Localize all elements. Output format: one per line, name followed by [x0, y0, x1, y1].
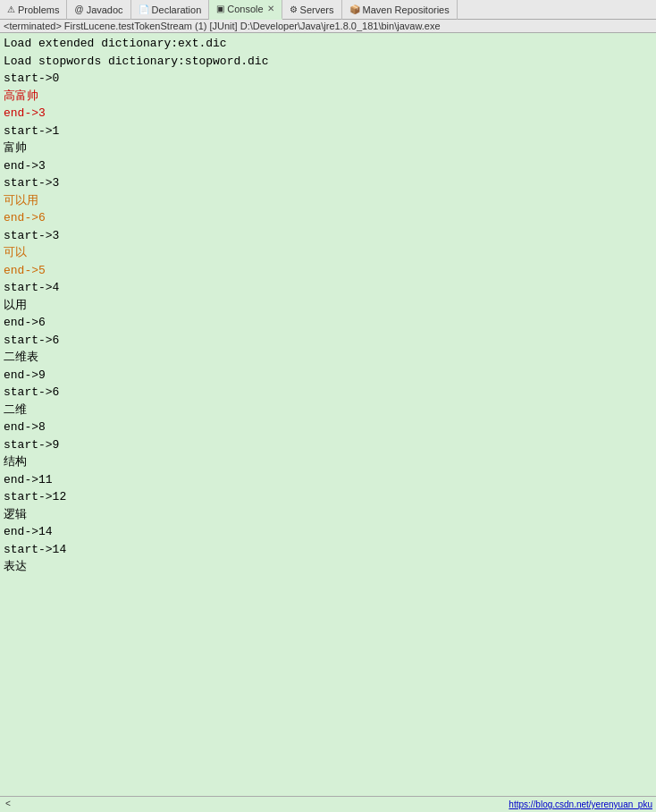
- scroll-left-arrow[interactable]: <: [4, 799, 13, 809]
- console-line: start->6: [4, 332, 652, 350]
- tab-console[interactable]: ▣ Console ✕: [209, 0, 282, 20]
- console-line: 二维表: [4, 349, 652, 367]
- console-line: end->6: [4, 209, 652, 227]
- servers-icon: ⚙: [290, 4, 298, 14]
- tab-problems-label: Problems: [18, 4, 59, 15]
- console-line: 可以: [4, 244, 652, 262]
- console-line: start->12: [4, 488, 652, 506]
- declaration-icon: 📄: [139, 4, 149, 14]
- console-line: start->4: [4, 279, 652, 297]
- console-line: end->3: [4, 105, 652, 123]
- maven-icon: 📦: [349, 4, 360, 14]
- tab-declaration-label: Declaration: [152, 4, 202, 15]
- console-line: end->14: [4, 523, 652, 541]
- console-line: end->3: [4, 157, 652, 175]
- status-bar: <terminated> FirstLucene.testTokenStream…: [0, 20, 656, 33]
- console-line: start->9: [4, 436, 652, 454]
- tab-problems[interactable]: ⚠ Problems: [0, 0, 67, 20]
- tab-bar: ⚠ Problems @ Javadoc 📄 Declaration ▣ Con…: [0, 0, 656, 20]
- tab-servers[interactable]: ⚙ Servers: [282, 0, 342, 20]
- csdn-link[interactable]: https://blog.csdn.net/yerenyuan_pku: [509, 799, 652, 809]
- console-content[interactable]: Load extended dictionary:ext.dicLoad sto…: [0, 33, 656, 796]
- console-line: start->3: [4, 174, 652, 192]
- console-line: 以用: [4, 297, 652, 315]
- tab-javadoc-label: Javadoc: [87, 4, 123, 15]
- console-line: start->6: [4, 384, 652, 402]
- console-line: start->14: [4, 541, 652, 559]
- console-line: end->9: [4, 367, 652, 385]
- console-line: start->1: [4, 123, 652, 140]
- tab-servers-label: Servers: [300, 4, 334, 15]
- console-line: 表达: [4, 558, 652, 576]
- console-line: Load extended dictionary:ext.dic: [4, 35, 652, 53]
- tab-declaration[interactable]: 📄 Declaration: [131, 0, 210, 20]
- console-line: 高富帅: [4, 88, 652, 106]
- tab-javadoc[interactable]: @ Javadoc: [67, 0, 130, 20]
- problems-icon: ⚠: [7, 4, 15, 14]
- console-line: 可以用: [4, 192, 652, 210]
- console-line: 二维: [4, 402, 652, 419]
- console-line: start->0: [4, 70, 652, 88]
- close-icon[interactable]: ✕: [267, 4, 274, 13]
- tab-console-label: Console: [227, 4, 263, 14]
- console-line: 富帅: [4, 140, 652, 157]
- console-line: end->6: [4, 314, 652, 332]
- status-text: <terminated> FirstLucene.testTokenStream…: [4, 21, 441, 31]
- console-icon: ▣: [216, 4, 224, 13]
- console-line: end->11: [4, 471, 652, 489]
- tab-maven[interactable]: 📦 Maven Repositories: [342, 0, 458, 20]
- javadoc-icon: @: [74, 4, 83, 14]
- console-line: end->8: [4, 419, 652, 436]
- console-line: end->5: [4, 262, 652, 280]
- console-line: Load stopwords dictionary:stopword.dic: [4, 53, 652, 71]
- tab-maven-label: Maven Repositories: [363, 4, 450, 15]
- bottom-bar: < https://blog.csdn.net/yerenyuan_pku: [0, 796, 656, 812]
- console-line: 结构: [4, 453, 652, 471]
- console-line: 逻辑: [4, 506, 652, 524]
- console-line: start->3: [4, 227, 652, 245]
